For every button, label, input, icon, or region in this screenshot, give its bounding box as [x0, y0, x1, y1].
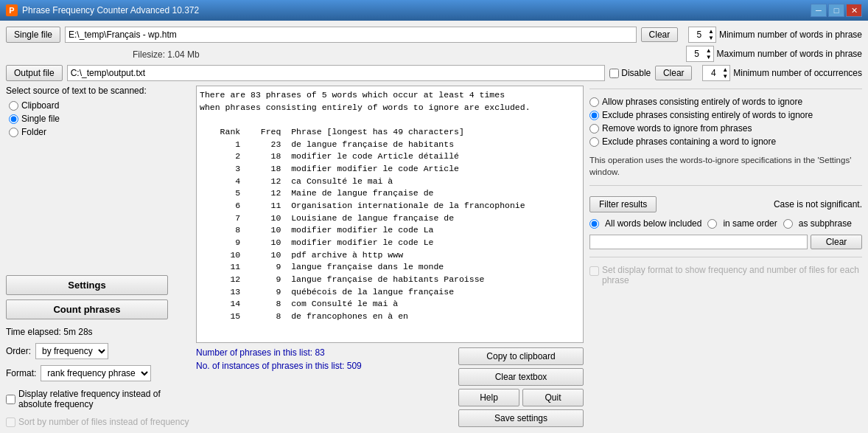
phrases-count-label: Number of phrases in this list: 83 [196, 347, 451, 358]
results-textarea[interactable]: There are 83 phrases of 5 words which oc… [197, 86, 583, 342]
source-label: Select source of text to be scanned: [6, 86, 190, 96]
app-icon: P [6, 4, 18, 16]
min-words-spinbox[interactable]: 5 ▲▼ [688, 27, 716, 43]
in-same-order-label: in same order [723, 218, 777, 229]
minimize-button[interactable]: ─ [811, 4, 827, 17]
min-occ-label: Minimum number of occurrences [733, 68, 862, 78]
sort-files-checkbox[interactable] [6, 418, 15, 427]
count-phrases-button[interactable]: Count phrases [6, 299, 168, 319]
clear-textbox-button[interactable]: Clear textbox [458, 368, 584, 386]
folder-label: Folder [21, 127, 46, 137]
all-words-radio[interactable] [589, 219, 599, 229]
as-subphrase-radio[interactable] [783, 219, 793, 229]
single-file-radio-row: Single file [9, 114, 190, 124]
maximize-button[interactable]: □ [828, 4, 844, 17]
clipboard-label: Clipboard [21, 100, 59, 111]
clear-file-button[interactable]: Clear [641, 27, 678, 42]
disable-checkbox-row: Disable [609, 68, 651, 78]
filesize-label: Filesize: 1.04 Mb [133, 49, 200, 60]
folder-radio[interactable] [9, 128, 18, 137]
quit-button[interactable]: Quit [522, 389, 584, 406]
exclude-containing-label: Exclude phrases containing a word to ign… [602, 136, 776, 147]
format-select[interactable]: rank frequency phrase frequency phrase p… [41, 365, 151, 381]
single-file-button[interactable]: Single file [6, 27, 60, 43]
allow-label: Allow phrases consisting entirely of wor… [602, 97, 802, 107]
all-words-label: All words below included [605, 218, 701, 229]
clipboard-radio[interactable] [9, 101, 18, 111]
order-select[interactable]: by frequency by rank alphabetical [35, 343, 108, 359]
max-words-label: Maximum number of words in phrase [717, 49, 862, 59]
sort-files-label: Sort by number of files instead of frequ… [18, 417, 189, 427]
file-path-input[interactable] [65, 27, 637, 43]
format-label: Format: [6, 368, 36, 378]
settings-button[interactable]: Settings [6, 275, 168, 295]
allow-radio-row: Allow phrases consisting entirely of wor… [589, 97, 862, 107]
as-subphrase-label: as subphrase [799, 218, 852, 229]
help-button[interactable]: Help [458, 389, 519, 406]
window-title: Phrase Frequency Counter Advanced 10.372 [22, 5, 199, 15]
exclude-radio[interactable] [589, 111, 599, 120]
disable-checkbox[interactable] [609, 69, 619, 78]
close-button[interactable]: ✕ [846, 4, 862, 17]
min-words-label: Minimum number of words in phrase [719, 30, 862, 40]
exclude-label: Exclude phrases consisting entirely of w… [602, 110, 813, 120]
text-area-wrap: There are 83 phrases of 5 words which oc… [196, 86, 584, 343]
elapsed-label: Time elapsed: 5m 28s [6, 327, 190, 337]
relative-freq-checkbox[interactable] [6, 395, 15, 404]
order-label: Order: [6, 346, 31, 356]
max-words-spinbox[interactable]: 5 ▲▼ [686, 46, 714, 62]
case-label: Case is not significant. [774, 199, 862, 209]
disable-label: Disable [621, 68, 651, 78]
save-settings-button[interactable]: Save settings [458, 409, 584, 427]
filter-results-button[interactable]: Filter results [589, 196, 657, 212]
instances-count-label: No. of instances of phrases in this list… [196, 361, 451, 371]
allow-radio[interactable] [589, 97, 599, 107]
word-filter-input[interactable] [589, 235, 808, 249]
info-text: This operation uses the words-to-ignore … [589, 154, 862, 178]
output-path-input[interactable] [67, 65, 606, 81]
output-file-button[interactable]: Output file [6, 65, 63, 81]
title-bar: P Phrase Frequency Counter Advanced 10.3… [0, 0, 868, 21]
set-display-checkbox[interactable] [589, 266, 599, 276]
exclude-containing-radio-row: Exclude phrases containing a word to ign… [589, 136, 862, 147]
clear-filter-button[interactable]: Clear [811, 235, 862, 249]
remove-radio[interactable] [589, 124, 599, 134]
single-file-label: Single file [21, 114, 60, 124]
folder-radio-row: Folder [9, 127, 190, 137]
remove-label: Remove words to ignore from phrases [602, 123, 752, 134]
relative-freq-label: Display relative frequency instead of ab… [18, 389, 190, 409]
set-display-label: Set display format to show frequency and… [602, 265, 862, 285]
remove-radio-row: Remove words to ignore from phrases [589, 123, 862, 134]
clear-output-button[interactable]: Clear [655, 66, 692, 80]
exclude-radio-row: Exclude phrases consisting entirely of w… [589, 110, 862, 120]
min-occ-spinbox[interactable]: 4 ▲▼ [702, 65, 730, 81]
same-order-radio[interactable] [707, 219, 717, 229]
clipboard-radio-row: Clipboard [9, 100, 190, 111]
exclude-containing-radio[interactable] [589, 137, 599, 147]
single-file-radio[interactable] [9, 114, 18, 124]
copy-clipboard-button[interactable]: Copy to clipboard [458, 347, 584, 365]
